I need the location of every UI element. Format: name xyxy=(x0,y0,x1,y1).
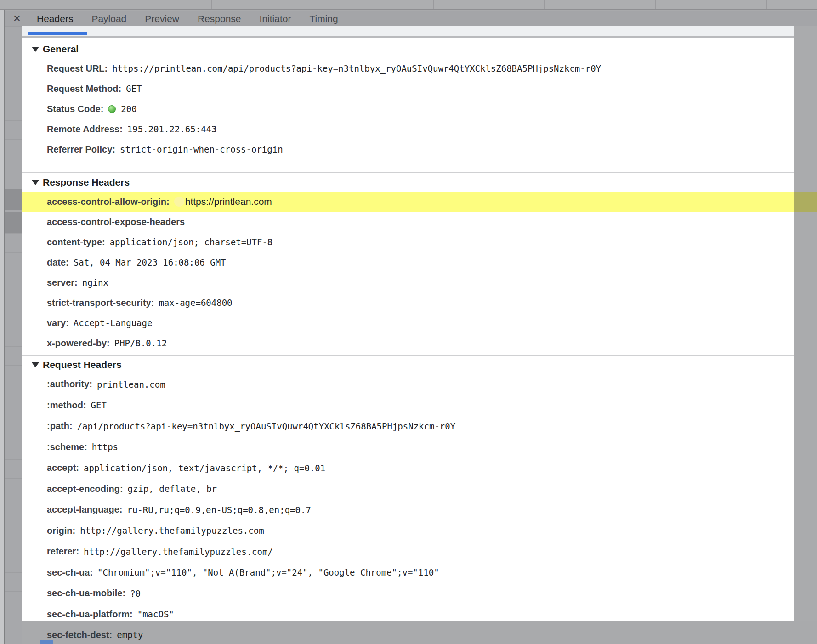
status-green-dot-icon xyxy=(108,105,116,113)
section-title-general[interactable]: General xyxy=(22,40,794,58)
header-name: strict-transport-security: xyxy=(47,298,154,308)
headers-detail-panel: GeneralRequest URL:https://printlean.com… xyxy=(22,26,794,621)
tab-response[interactable]: Response xyxy=(198,13,241,24)
header-row-strict-transport-security: strict-transport-security:max-age=604800 xyxy=(22,293,794,313)
header-name: date: xyxy=(47,257,69,268)
tabbar-bottom-strip xyxy=(22,26,794,36)
dimmed-request-list-rail xyxy=(5,26,22,644)
header-name: x-powered-by: xyxy=(47,338,110,349)
devtools-network-headers-screenshot: { "tabbar": { "close_label": "×", "tabs"… xyxy=(0,0,817,644)
header-name: Referrer Policy: xyxy=(47,144,115,155)
header-name: Remote Address: xyxy=(47,124,123,135)
header-row-sec-ch-ua-platform: sec-ch-ua-platform:"macOS" xyxy=(22,604,794,621)
header-name: Status Code: xyxy=(47,104,103,114)
header-value: ru-RU,ru;q=0.9,en-US;q=0.8,en;q=0.7 xyxy=(127,505,311,515)
header-row-access-control-allow-origin: access-control-allow-origin:https://prin… xyxy=(22,192,794,212)
header-value: https://printlean.com/api/products?api-k… xyxy=(112,63,601,73)
header-name: sec-ch-ua: xyxy=(47,567,93,578)
header-name: origin: xyxy=(47,525,75,536)
header-value: Sat, 04 Mar 2023 16:08:06 GMT xyxy=(74,257,226,267)
header-value: https xyxy=(92,442,118,452)
search-match-dot xyxy=(174,197,184,207)
header-row-origin: origin:http://gallery.thefamilypuzzles.c… xyxy=(22,520,794,542)
header-value: strict-origin-when-cross-origin xyxy=(120,144,283,154)
header-row-method: :method:GET xyxy=(22,395,794,416)
header-row-date: date:Sat, 04 Mar 2023 16:08:06 GMT xyxy=(22,252,794,272)
header-row-remote-address: Remote Address:195.201.22.65:443 xyxy=(22,119,794,139)
section-title-request-headers[interactable]: Request Headers xyxy=(22,356,794,374)
header-value: ?0 xyxy=(130,588,141,599)
header-value: "macOS" xyxy=(137,609,174,619)
dimmed-network-table-strip xyxy=(0,0,817,10)
tab-timing[interactable]: Timing xyxy=(309,13,338,24)
table-column-divider xyxy=(655,0,656,9)
section-response-headers: Response Headersaccess-control-allow-ori… xyxy=(22,173,794,353)
section-title-label: General xyxy=(43,44,79,55)
section-title-response-headers[interactable]: Response Headers xyxy=(22,173,794,192)
header-row-accept-encoding: accept-encoding:gzip, deflate, br xyxy=(22,479,794,500)
header-name: sec-fetch-dest: xyxy=(47,630,112,640)
collapse-triangle-icon xyxy=(32,362,39,367)
table-column-divider xyxy=(211,0,212,9)
headers-pane-content: GeneralRequest URL:https://printlean.com… xyxy=(22,40,794,621)
table-column-divider xyxy=(323,0,323,9)
header-name: referer: xyxy=(47,546,79,557)
header-name: :path: xyxy=(47,421,73,431)
header-name: accept-language: xyxy=(47,504,122,515)
header-row-sec-ch-ua: sec-ch-ua:"Chromium";v="110", "Not A(Bra… xyxy=(22,562,794,583)
header-row-path: :path:/api/products?api-key=n3tnlbyx_ryO… xyxy=(22,416,794,437)
tabbar-border xyxy=(22,36,794,38)
header-name: :scheme: xyxy=(47,442,87,452)
tab-initiator[interactable]: Initiator xyxy=(260,13,291,24)
header-value: GET xyxy=(126,84,142,94)
network-detail-tabbar: × HeadersPayloadPreviewResponseInitiator… xyxy=(0,11,817,26)
selected-request-row-block xyxy=(5,189,22,210)
dimmed-right-rail xyxy=(794,26,817,644)
header-row-vary: vary:Accept-Language xyxy=(22,313,794,333)
header-row-accept-language: accept-language:ru-RU,ru;q=0.9,en-US;q=0… xyxy=(22,499,794,520)
header-value: /api/products?api-key=n3tnlbyx_ryOAuSIvQ… xyxy=(77,421,456,431)
header-value: max-age=604800 xyxy=(159,298,232,308)
header-value: http://gallery.thefamilypuzzles.com xyxy=(80,525,264,536)
header-row-referer: referer:http://gallery.thefamilypuzzles.… xyxy=(22,541,794,562)
header-row-referrer-policy: Referrer Policy:strict-origin-when-cross… xyxy=(22,139,794,159)
header-row-authority: :authority:printlean.com xyxy=(22,374,794,395)
header-value: https://printlean.com xyxy=(185,196,272,207)
tab-payload[interactable]: Payload xyxy=(91,13,126,24)
tab-list: HeadersPayloadPreviewResponseInitiatorTi… xyxy=(37,11,338,26)
header-row-x-powered-by: x-powered-by:PHP/8.0.12 xyxy=(22,333,794,353)
header-name: Request Method: xyxy=(47,84,121,94)
header-value: Accept-Language xyxy=(74,318,153,328)
header-name: :method: xyxy=(47,400,86,411)
header-value: empty xyxy=(117,630,143,640)
table-column-divider xyxy=(766,0,767,9)
header-value: printlean.com xyxy=(97,379,165,390)
collapse-triangle-icon xyxy=(32,47,39,52)
highlight-row-dimmed-continuation xyxy=(794,192,817,212)
header-value: GET xyxy=(91,400,107,410)
header-row-sec-fetch-dest-dimmed: sec-fetch-dest: empty xyxy=(22,625,757,644)
active-tab-underline xyxy=(28,32,87,35)
header-name: sec-ch-ua-mobile: xyxy=(47,588,125,599)
section-title-label: Response Headers xyxy=(43,177,130,188)
header-row-server: server:nginx xyxy=(22,272,794,293)
header-value: application/json; charset=UTF-8 xyxy=(110,237,273,247)
header-row-status-code: Status Code:200 xyxy=(22,99,794,119)
devtools-left-edge xyxy=(0,10,4,644)
section-title-label: Request Headers xyxy=(43,359,122,370)
header-value: application/json, text/javascript, */*; … xyxy=(84,463,325,473)
header-name: sec-ch-ua-platform: xyxy=(47,609,133,620)
selected-request-row-block xyxy=(5,212,22,233)
header-value: gzip, deflate, br xyxy=(128,484,217,494)
header-name: accept-encoding: xyxy=(47,484,123,494)
header-row-content-type: content-type:application/json; charset=U… xyxy=(22,232,794,252)
tab-preview[interactable]: Preview xyxy=(145,13,179,24)
close-icon[interactable]: × xyxy=(11,12,23,25)
header-row-scheme: :scheme:https xyxy=(22,437,794,458)
header-value: nginx xyxy=(82,277,108,288)
dimmed-blue-ui-fragment xyxy=(40,640,53,644)
header-name: access-control-allow-origin: xyxy=(47,197,170,207)
section-general: GeneralRequest URL:https://printlean.com… xyxy=(22,40,794,159)
tab-headers[interactable]: Headers xyxy=(37,13,73,24)
table-column-divider xyxy=(544,0,545,9)
